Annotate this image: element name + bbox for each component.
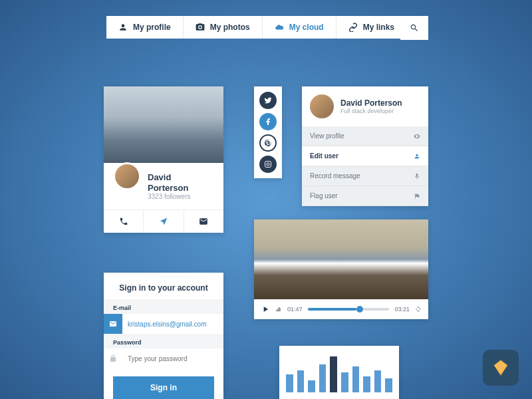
nav-tabs: My profile My photos My cloud My links <box>106 16 406 39</box>
tab-my-cloud[interactable]: My cloud <box>263 16 336 39</box>
menu-record-message[interactable]: Record message <box>302 166 428 186</box>
tab-label: My profile <box>133 23 171 32</box>
twitter-icon <box>264 96 272 104</box>
chart-bar <box>319 364 327 392</box>
svg-rect-0 <box>265 162 271 168</box>
video-player: 01:47 03:21 <box>254 219 428 319</box>
tab-label: My cloud <box>289 23 324 32</box>
tab-label: My photos <box>210 23 250 32</box>
location-icon <box>159 217 168 226</box>
time-total: 03:21 <box>394 306 410 313</box>
mail-icon-box <box>104 314 122 334</box>
pinterest-button[interactable] <box>259 134 277 152</box>
user-menu-card: David Porterson Full stack developer Vie… <box>302 86 428 206</box>
chart-bar <box>385 378 392 392</box>
chart-bar <box>352 366 360 392</box>
sketch-badge <box>483 350 519 386</box>
profile-actions <box>104 209 223 233</box>
profile-info: David Porterson 3323 followers <box>104 163 223 209</box>
avatar <box>310 94 334 118</box>
user-name: David Porterson <box>340 98 402 108</box>
search-icon <box>410 23 419 33</box>
tab-my-profile[interactable]: My profile <box>106 16 184 39</box>
cover-image <box>104 86 223 163</box>
menu-flag-user[interactable]: Flag user <box>302 186 428 206</box>
cloud-icon <box>275 23 284 32</box>
tab-label: My links <box>363 23 394 32</box>
tab-my-links[interactable]: My links <box>336 16 406 39</box>
email-input[interactable] <box>122 315 223 333</box>
loop-icon[interactable] <box>415 305 422 314</box>
user-role: Full stack developer <box>340 108 402 114</box>
instagram-icon <box>264 160 272 168</box>
chart-bar <box>374 370 382 392</box>
mail-icon <box>199 217 208 226</box>
facebook-icon <box>264 118 272 126</box>
bar-chart <box>279 346 399 399</box>
mic-icon <box>414 173 420 180</box>
link-icon <box>348 23 358 32</box>
camera-icon <box>196 23 205 32</box>
lock-icon <box>109 354 117 362</box>
volume-icon[interactable] <box>275 305 282 314</box>
signin-button[interactable]: Sign in <box>113 376 214 399</box>
password-field-row <box>104 348 223 368</box>
user-icon <box>414 153 420 160</box>
lock-icon-box <box>104 348 122 368</box>
progress-bar[interactable] <box>308 308 390 311</box>
video-controls: 01:47 03:21 <box>254 299 428 319</box>
chart-bar <box>297 370 305 392</box>
email-field-row <box>104 314 223 334</box>
locate-button[interactable] <box>144 210 184 233</box>
email-label: E-mail <box>104 299 223 314</box>
time-current: 01:47 <box>287 306 303 313</box>
sketch-icon <box>491 358 511 378</box>
pinterest-icon <box>264 139 272 147</box>
search-button[interactable] <box>400 16 428 40</box>
chart-bar <box>330 356 337 392</box>
profile-name: David Porterson <box>148 172 214 193</box>
user-card-header: David Porterson Full stack developer <box>302 86 428 126</box>
call-button[interactable] <box>104 210 144 233</box>
svg-point-1 <box>267 163 269 166</box>
menu-edit-user[interactable]: Edit user <box>302 146 428 166</box>
social-column <box>254 86 282 178</box>
signin-card: Sign in to your account E-mail Password … <box>104 273 223 399</box>
chart-bar <box>286 374 293 392</box>
profile-followers: 3323 followers <box>148 193 214 200</box>
facebook-button[interactable] <box>259 113 277 130</box>
password-input[interactable] <box>122 350 223 368</box>
chart-bar <box>363 376 370 392</box>
tab-my-photos[interactable]: My photos <box>184 16 263 39</box>
avatar <box>113 162 141 190</box>
user-icon <box>118 23 128 32</box>
signin-title: Sign in to your account <box>104 273 223 299</box>
password-label: Password <box>104 334 223 348</box>
flag-icon <box>414 193 420 200</box>
menu-view-profile[interactable]: View profile <box>302 126 428 146</box>
twitter-button[interactable] <box>259 92 277 109</box>
eye-icon <box>414 133 420 140</box>
instagram-button[interactable] <box>259 156 277 173</box>
mail-icon <box>109 320 117 328</box>
profile-card: David Porterson 3323 followers <box>104 86 223 233</box>
play-icon[interactable] <box>261 305 270 314</box>
chart-bar <box>341 372 348 392</box>
chart-bar <box>308 380 315 392</box>
mail-button[interactable] <box>184 210 223 233</box>
phone-icon <box>119 217 128 226</box>
video-thumbnail[interactable] <box>254 219 428 299</box>
